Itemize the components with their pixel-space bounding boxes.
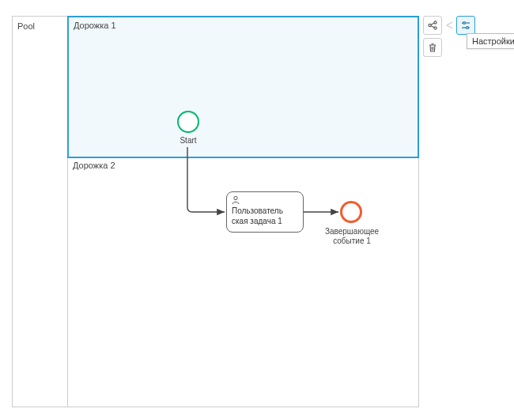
svg-point-1 [429, 24, 431, 26]
share-icon [427, 20, 438, 31]
svg-point-3 [434, 27, 437, 29]
svg-point-2 [434, 21, 437, 24]
end-event[interactable] [340, 201, 362, 223]
svg-point-7 [463, 22, 466, 25]
svg-line-5 [431, 26, 434, 28]
lane-1-label: Дорожка 1 [74, 21, 116, 30]
pool-header[interactable]: Pool [13, 17, 68, 407]
share-button[interactable] [423, 16, 442, 35]
user-task[interactable]: Пользователь ская задача 1 [226, 191, 304, 233]
tooltip-pointer [445, 16, 453, 35]
user-icon [231, 195, 240, 205]
lane-2-label: Дорожка 2 [73, 161, 115, 170]
start-event[interactable] [177, 111, 199, 133]
trash-icon [427, 42, 438, 53]
svg-point-9 [467, 27, 469, 29]
settings-button[interactable] [456, 16, 475, 35]
toolbar-row-1 [423, 16, 475, 35]
settings-tooltip: Настройки [467, 33, 514, 49]
sliders-icon [460, 20, 471, 31]
delete-button[interactable] [423, 38, 442, 57]
pool-label: Pool [17, 21, 35, 31]
end-event-label: Завершающее событие 1 [319, 227, 384, 246]
start-event-label: Start [169, 136, 207, 146]
svg-point-0 [234, 196, 237, 199]
svg-line-4 [431, 23, 434, 25]
lane-1[interactable]: Дорожка 1 Start [67, 16, 419, 158]
bpmn-canvas[interactable]: Pool Дорожка 1 Start Дорожка 2 Пользоват… [12, 16, 419, 407]
user-task-label: Пользователь ская задача 1 [232, 206, 298, 226]
